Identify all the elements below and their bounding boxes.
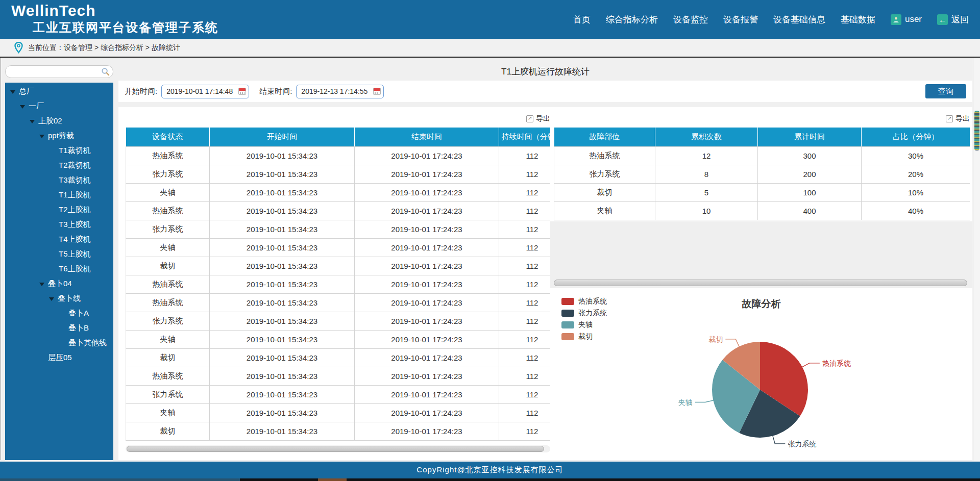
back-button[interactable]: ← 返回 <box>937 14 969 26</box>
tree-item[interactable]: T4上胶机 <box>5 232 113 247</box>
tree-item[interactable]: T1裁切机 <box>5 143 113 158</box>
table-row: 夹轴1040040% <box>554 201 970 220</box>
table-cell: 112 <box>499 275 551 293</box>
table-cell: 400 <box>758 201 862 220</box>
app-window: WellinTech 工业互联网平台设备管理子系统 首页综合指标分析设备监控设备… <box>0 0 980 481</box>
export-status-button[interactable]: 导出 <box>126 113 550 124</box>
tree-caret-icon[interactable] <box>39 135 44 141</box>
tree-caret-icon[interactable] <box>49 297 54 303</box>
export-label: 导出 <box>536 114 550 123</box>
fault-table-hscrollbar-thumb[interactable] <box>554 280 967 286</box>
tree-search-input[interactable] <box>5 65 113 78</box>
table-cell: 30% <box>862 146 970 165</box>
table-cell: 2019-10-01 17:24:23 <box>355 367 499 385</box>
user-icon <box>891 14 901 25</box>
pie-label: 张力系统 <box>788 440 816 448</box>
table-cell: 100 <box>758 183 862 201</box>
tree-caret-icon[interactable] <box>10 90 15 96</box>
tree-item-label: 上胶02 <box>38 116 62 126</box>
table-cell: 张力系统 <box>126 312 210 330</box>
table-cell: 夹轴 <box>126 403 210 422</box>
start-time-input[interactable] <box>161 85 249 98</box>
nav-items: 首页综合指标分析设备监控设备报警设备基础信息基础数据 <box>573 14 875 26</box>
pie-label-line <box>773 436 786 444</box>
hscrollbar-thumb[interactable] <box>127 446 544 452</box>
user-menu[interactable]: user <box>891 14 922 25</box>
tree-caret-icon[interactable] <box>20 105 25 111</box>
nav-item[interactable]: 首页 <box>573 14 591 26</box>
tree-item[interactable]: 上胶02 <box>5 114 113 129</box>
tree-item[interactable]: T1上胶机 <box>5 188 113 202</box>
table-cell: 2019-10-01 15:34:23 <box>210 312 355 330</box>
tree-item[interactable]: 总厂 <box>5 84 113 99</box>
table-cell: 2019-10-01 17:24:23 <box>355 183 499 201</box>
table-cell: 热油系统 <box>126 275 210 293</box>
table-row: 热油系统2019-10-01 15:34:232019-10-01 17:24:… <box>126 146 551 165</box>
tree-item[interactable]: T2裁切机 <box>5 158 113 173</box>
table-cell: 112 <box>499 201 551 220</box>
table-cell: 夹轴 <box>126 238 210 257</box>
status-table-hscrollbar <box>126 445 550 452</box>
export-fault-button[interactable]: 导出 <box>554 113 970 124</box>
table-cell: 2019-10-01 15:34:23 <box>210 348 355 367</box>
nav-item[interactable]: 设备报警 <box>723 14 758 26</box>
tree-item[interactable]: T6上胶机 <box>5 262 113 276</box>
tree-item[interactable]: T2上胶机 <box>5 202 113 217</box>
tree-item[interactable]: 一厂 <box>5 99 113 114</box>
table-row: 夹轴2019-10-01 15:34:232019-10-01 17:24:23… <box>126 238 551 257</box>
brand-block: WellinTech 工业互联网平台设备管理子系统 <box>0 3 218 36</box>
table-row: 张力系统2019-10-01 15:34:232019-10-01 17:24:… <box>126 220 551 238</box>
table-cell: 10% <box>862 183 970 201</box>
tree-item-label: 叠卜04 <box>48 279 72 289</box>
tree-item-label: T2裁切机 <box>59 161 91 170</box>
tree-item[interactable]: T5上胶机 <box>5 247 113 262</box>
wellintech-logo: WellinTech <box>11 3 218 18</box>
query-button[interactable]: 查询 <box>925 84 966 98</box>
device-tree: 总厂一厂上胶02ppt剪裁T1裁切机T2裁切机T3裁切机T1上胶机T2上胶机T3… <box>5 84 113 365</box>
table-cell: 2019-10-01 15:34:23 <box>210 183 355 201</box>
table-cell: 2019-10-01 15:34:23 <box>210 220 355 238</box>
nav-item[interactable]: 设备基础信息 <box>773 14 825 26</box>
tree-item-label: T3裁切机 <box>59 175 91 185</box>
tree-item[interactable]: 叠卜A <box>5 306 113 321</box>
table-cell: 热油系统 <box>126 146 210 165</box>
content-card: 导出 导出 设备状态开始时间结束时间持续时间（分钟） 热油系统2019-10-0… <box>118 107 972 460</box>
table-cell: 2019-10-01 15:34:23 <box>210 201 355 220</box>
search-icon[interactable] <box>101 67 110 76</box>
nav-item[interactable]: 设备监控 <box>673 14 708 26</box>
tree-item[interactable]: T3裁切机 <box>5 173 113 188</box>
table-cell: 2019-10-01 15:34:23 <box>210 422 355 440</box>
export-icon <box>526 115 533 122</box>
calendar-icon[interactable] <box>238 88 246 95</box>
table-cell: 热油系统 <box>126 367 210 385</box>
table-cell: 2019-10-01 17:24:23 <box>355 165 499 183</box>
tree-caret-icon[interactable] <box>30 120 35 126</box>
table-cell: 2019-10-01 17:24:23 <box>355 257 499 275</box>
table-cell: 112 <box>499 165 551 183</box>
table-row: 裁切2019-10-01 15:34:232019-10-01 17:24:23… <box>126 257 551 275</box>
end-time-label: 结束时间: <box>259 87 292 96</box>
nav-item[interactable]: 基础数据 <box>841 14 875 26</box>
table-cell: 张力系统 <box>126 165 210 183</box>
tree-item[interactable]: ppt剪裁 <box>5 129 113 143</box>
end-time-input[interactable] <box>296 85 384 98</box>
nav-item[interactable]: 综合指标分析 <box>606 14 658 26</box>
tree-item[interactable]: 叠卜B <box>5 321 113 336</box>
tree-item[interactable]: 叠卜线 <box>5 291 113 306</box>
back-arrow-icon: ← <box>937 14 948 25</box>
tree-item[interactable]: 叠卜04 <box>5 276 113 291</box>
table-cell: 2019-10-01 15:34:23 <box>210 330 355 348</box>
calendar-icon[interactable] <box>373 88 381 95</box>
tree-item[interactable]: 叠卜其他线 <box>5 336 113 350</box>
table-cell: 2019-10-01 17:24:23 <box>355 275 499 293</box>
table-cell: 2019-10-01 17:24:23 <box>355 220 499 238</box>
tree-item[interactable]: T3上胶机 <box>5 217 113 232</box>
table-cell: 2019-10-01 15:34:23 <box>210 257 355 275</box>
tree-item-label: 一厂 <box>29 102 44 111</box>
system-title: 工业互联网平台设备管理子系统 <box>33 19 218 36</box>
page-vscrollbar-thumb[interactable] <box>974 111 979 150</box>
tree-caret-icon[interactable] <box>39 283 44 289</box>
column-header: 累计时间 <box>758 128 862 146</box>
tree-item[interactable]: 层压05 <box>5 350 113 365</box>
table-row: 张力系统2019-10-01 15:34:232019-10-01 17:24:… <box>126 385 551 403</box>
